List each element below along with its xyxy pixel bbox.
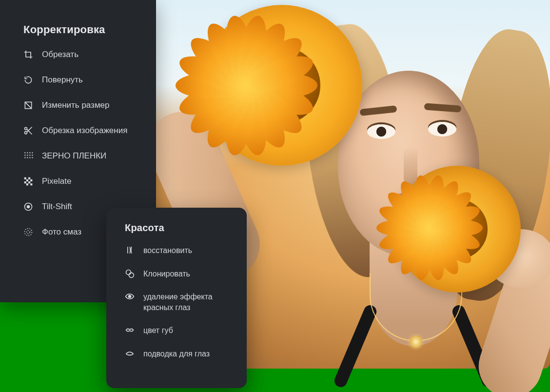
svg-point-11 — [24, 157, 25, 158]
svg-point-28 — [129, 273, 134, 277]
menu-item-rotate[interactable]: Повернуть — [23, 75, 137, 85]
svg-point-6 — [32, 152, 33, 153]
menu-item-crop[interactable]: Обрезать — [23, 50, 137, 59]
grain-icon — [23, 151, 33, 161]
svg-rect-20 — [28, 181, 30, 183]
svg-point-24 — [27, 206, 30, 208]
menu-item-label: цвет губ — [143, 325, 173, 336]
crop-icon — [23, 50, 33, 59]
menu-item-label: подводка для глаз — [143, 349, 210, 359]
svg-rect-22 — [30, 183, 32, 185]
svg-point-25 — [25, 229, 32, 236]
svg-point-10 — [32, 155, 33, 156]
svg-rect-19 — [24, 181, 26, 183]
menu-item-grain[interactable]: ЗЕРНО ПЛЕНКИ — [23, 151, 137, 161]
svg-point-4 — [27, 152, 28, 153]
heal-icon — [125, 245, 135, 255]
red-eye-icon — [125, 292, 135, 301]
beauty-menu: восстановить Клонировать удаление эффект… — [125, 245, 232, 359]
photo-blur-icon — [23, 227, 33, 237]
svg-point-26 — [27, 231, 30, 234]
eyeliner-icon — [125, 349, 135, 358]
menu-item-eyeliner[interactable]: подводка для глаз — [125, 349, 232, 359]
menu-item-clone[interactable]: Клонировать — [125, 269, 232, 279]
pixelate-icon — [23, 176, 33, 186]
svg-rect-16 — [28, 177, 30, 179]
tilt-shift-icon — [23, 202, 33, 212]
svg-point-12 — [27, 157, 28, 158]
menu-item-lip-color[interactable]: цвет губ — [125, 325, 232, 336]
menu-item-label: Обрезать — [42, 50, 79, 59]
svg-rect-21 — [26, 183, 28, 185]
lip-color-icon — [125, 325, 135, 335]
beauty-panel: Красота восстановить Клонировать удалени… — [106, 208, 247, 388]
svg-rect-15 — [24, 177, 26, 179]
svg-rect-17 — [26, 179, 28, 181]
rotate-icon — [23, 75, 33, 85]
menu-item-label: Pixelate — [42, 176, 71, 186]
svg-rect-18 — [30, 179, 32, 181]
svg-point-13 — [29, 157, 30, 158]
beauty-panel-title: Красота — [125, 222, 232, 234]
svg-point-7 — [24, 155, 25, 156]
menu-item-label: восстановить — [143, 245, 192, 256]
svg-point-29 — [129, 295, 131, 298]
menu-item-label: Фото смаз — [42, 227, 81, 237]
menu-item-label: Изменить размер — [42, 100, 110, 110]
menu-item-label: Tilt-Shift — [42, 202, 72, 212]
menu-item-red-eye[interactable]: удаление эффекта красных глаз — [125, 292, 232, 313]
menu-item-label: ЗЕРНО ПЛЕНКИ — [42, 151, 106, 161]
cut-icon — [23, 126, 33, 136]
menu-item-cut[interactable]: Обрезка изображения — [23, 126, 137, 136]
svg-point-27 — [126, 270, 131, 274]
menu-item-resize[interactable]: Изменить размер — [23, 100, 137, 110]
menu-item-label: Повернуть — [42, 75, 83, 85]
clone-icon — [125, 269, 135, 278]
menu-item-label: Обрезка изображения — [42, 126, 127, 136]
svg-point-5 — [29, 152, 30, 153]
adjust-panel-title: Корректировка — [23, 23, 137, 36]
menu-item-label: Клонировать — [143, 269, 190, 279]
menu-item-label: удаление эффекта красных глаз — [143, 292, 232, 313]
svg-point-8 — [27, 155, 28, 156]
resize-icon — [23, 100, 33, 110]
svg-point-14 — [32, 157, 33, 158]
menu-item-heal[interactable]: восстановить — [125, 245, 232, 256]
svg-point-9 — [29, 155, 30, 156]
svg-point-3 — [24, 152, 25, 153]
menu-item-pixelate[interactable]: Pixelate — [23, 176, 137, 186]
